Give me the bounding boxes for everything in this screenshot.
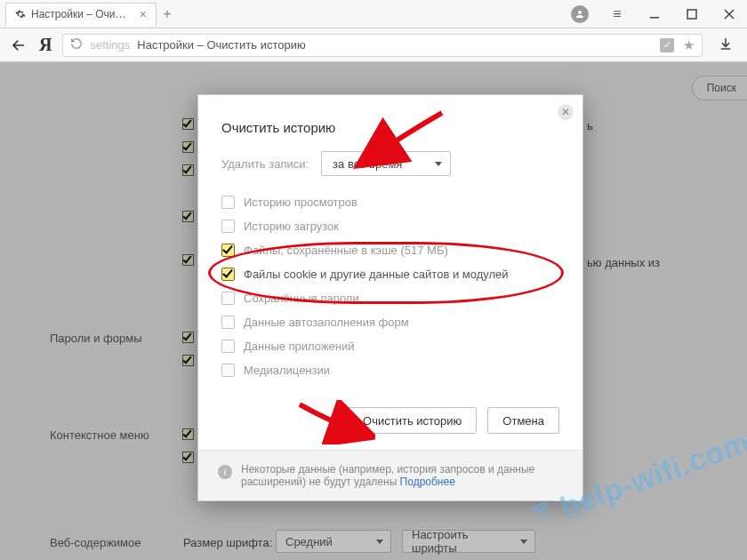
clear-option-label: Историю загрузок <box>244 220 339 233</box>
window-minimize-button[interactable] <box>637 0 672 28</box>
window-close-button[interactable] <box>711 0 747 28</box>
learn-more-link[interactable]: Подробнее <box>400 476 455 488</box>
clear-option-label: Данные автозаполнения форм <box>244 316 409 329</box>
window-maximize-button[interactable] <box>674 0 710 28</box>
tab-close-icon[interactable]: × <box>140 9 147 20</box>
clear-option-label: Медиалицензии <box>244 364 330 377</box>
clear-option-checkbox[interactable] <box>221 340 235 353</box>
browser-titlebar: Настройки – Очистить и… × + ≡ <box>0 0 747 28</box>
clear-option-row[interactable]: Данные автозаполнения форм <box>221 310 559 334</box>
clear-option-label: Данные приложений <box>244 340 355 353</box>
window-controls: ≡ <box>562 0 747 28</box>
cancel-button-label: Отмена <box>502 414 544 428</box>
yandex-icon[interactable]: Я <box>39 35 52 55</box>
clear-option-row[interactable]: Сохранённые пароли <box>221 286 559 310</box>
dialog-title: Очистить историю <box>221 120 559 135</box>
browser-toolbar: Я settings Настройки – Очистить историю … <box>0 28 747 62</box>
svg-rect-0 <box>650 17 659 19</box>
downloads-icon[interactable] <box>713 36 738 54</box>
clear-option-row[interactable]: Данные приложений <box>221 334 559 358</box>
clear-option-checkbox[interactable] <box>221 220 235 233</box>
clear-history-button[interactable]: Очистить историю <box>348 407 477 434</box>
footer-text: Некоторые данные (например, история запр… <box>241 463 534 488</box>
bookmark-star-icon[interactable]: ★ <box>683 37 695 53</box>
clear-option-checkbox[interactable] <box>221 292 235 305</box>
clear-option-label: Файлы cookie и другие данные сайтов и мо… <box>244 268 509 281</box>
new-tab-button[interactable]: + <box>157 6 178 22</box>
time-range-select[interactable]: за всё время <box>321 151 451 176</box>
url-path: settings <box>90 38 130 52</box>
back-button[interactable] <box>9 36 28 55</box>
address-bar[interactable]: settings Настройки – Очистить историю ★ <box>62 34 703 57</box>
dialog-footer-text: Некоторые данные (например, история запр… <box>241 463 563 488</box>
clear-option-row[interactable]: Файлы cookie и другие данные сайтов и мо… <box>221 262 559 286</box>
clear-option-row[interactable]: Историю загрузок <box>221 214 559 238</box>
clear-option-row[interactable]: Медиалицензии <box>221 358 559 382</box>
tab-title: Настройки – Очистить и… <box>31 8 129 20</box>
menu-icon[interactable]: ≡ <box>599 0 635 28</box>
svg-rect-1 <box>687 10 696 19</box>
clear-option-label: Сохранённые пароли <box>244 292 359 305</box>
gear-icon <box>15 9 26 20</box>
url-title: Настройки – Очистить историю <box>137 38 305 52</box>
clear-option-checkbox[interactable] <box>221 268 235 281</box>
time-range-value: за всё время <box>333 157 402 171</box>
browser-tab[interactable]: Настройки – Очистить и… × <box>5 3 157 26</box>
profile-avatar[interactable] <box>562 0 598 28</box>
clear-option-label: Файлы, сохранённые в кэше (517 МБ) <box>244 244 448 257</box>
clear-option-checkbox[interactable] <box>221 196 235 209</box>
clear-option-row[interactable]: Файлы, сохранённые в кэше (517 МБ) <box>221 238 559 262</box>
protect-shield-icon[interactable] <box>660 38 674 52</box>
info-icon: i <box>218 465 232 479</box>
clear-option-checkbox[interactable] <box>221 364 235 377</box>
reload-icon[interactable] <box>70 37 83 52</box>
clear-option-checkbox[interactable] <box>221 244 235 257</box>
clear-option-checkbox[interactable] <box>221 316 235 329</box>
cancel-button[interactable]: Отмена <box>487 407 559 434</box>
clear-option-label: Историю просмотров <box>244 196 357 209</box>
clear-options-list: Историю просмотровИсторию загрузокФайлы,… <box>221 190 559 382</box>
dialog-close-button[interactable]: ✕ <box>558 104 574 120</box>
clear-history-dialog: ✕ Очистить историю Удалить записи: за вс… <box>197 94 583 501</box>
clear-option-row[interactable]: Историю просмотров <box>221 190 559 214</box>
time-range-label: Удалить записи: <box>221 157 309 171</box>
clear-history-button-label: Очистить историю <box>363 414 462 428</box>
